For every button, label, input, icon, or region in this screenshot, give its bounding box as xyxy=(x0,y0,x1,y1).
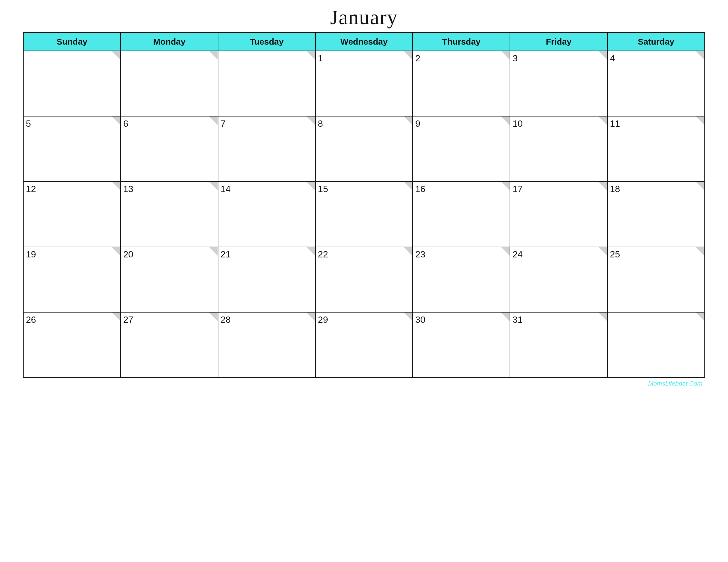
day-number: 11 xyxy=(610,119,702,129)
day-number: 2 xyxy=(415,53,507,63)
calendar-cell[interactable] xyxy=(121,51,218,116)
day-number: 1 xyxy=(318,53,410,63)
day-number: 15 xyxy=(318,184,410,194)
day-number: 25 xyxy=(610,250,702,260)
calendar-cell[interactable]: 27 xyxy=(121,312,218,377)
calendar-cell[interactable]: 16 xyxy=(413,182,510,247)
watermark: MomsLifeboat.Com xyxy=(23,380,705,387)
day-number: 16 xyxy=(415,184,507,194)
day-number: 29 xyxy=(318,315,410,325)
header-day-thursday: Thursday xyxy=(413,33,510,51)
calendar-cell[interactable]: 26 xyxy=(23,312,121,377)
calendar-cell[interactable]: 7 xyxy=(218,116,315,182)
calendar-cell[interactable]: 8 xyxy=(315,116,413,182)
calendar-cell[interactable]: 6 xyxy=(121,116,218,182)
calendar-cell[interactable] xyxy=(218,51,315,116)
calendar-cell[interactable]: 21 xyxy=(218,247,315,312)
day-number: 30 xyxy=(415,315,507,325)
day-number: 19 xyxy=(26,250,118,260)
calendar-cell[interactable]: 25 xyxy=(607,247,705,312)
corner-fold xyxy=(209,51,218,60)
header-day-monday: Monday xyxy=(121,33,218,51)
calendar-cell[interactable]: 22 xyxy=(315,247,413,312)
calendar-cell[interactable]: 10 xyxy=(510,116,607,182)
corner-fold xyxy=(112,51,120,60)
calendar-cell[interactable]: 3 xyxy=(510,51,607,116)
calendar-cell[interactable]: 5 xyxy=(23,116,121,182)
calendar-cell[interactable]: 2 xyxy=(413,51,510,116)
header-day-tuesday: Tuesday xyxy=(218,33,315,51)
calendar-cell[interactable]: 12 xyxy=(23,182,121,247)
day-number: 7 xyxy=(221,119,313,129)
page-title: January xyxy=(330,6,398,29)
day-number: 3 xyxy=(512,53,605,63)
calendar-cell[interactable]: 31 xyxy=(510,312,607,377)
day-number: 12 xyxy=(26,184,118,194)
calendar: SundayMondayTuesdayWednesdayThursdayFrid… xyxy=(23,32,705,378)
day-number: 18 xyxy=(610,184,702,194)
calendar-cell[interactable]: 19 xyxy=(23,247,121,312)
calendar-header: SundayMondayTuesdayWednesdayThursdayFrid… xyxy=(23,33,705,51)
calendar-cell[interactable]: 23 xyxy=(413,247,510,312)
day-number: 14 xyxy=(221,184,313,194)
day-number: 31 xyxy=(512,315,605,325)
calendar-body: 1234567891011121314151617181920212223242… xyxy=(23,51,705,377)
day-number: 4 xyxy=(610,53,702,63)
header-day-friday: Friday xyxy=(510,33,607,51)
calendar-cell[interactable]: 24 xyxy=(510,247,607,312)
header-day-sunday: Sunday xyxy=(23,33,121,51)
calendar-cell[interactable]: 9 xyxy=(413,116,510,182)
day-number: 22 xyxy=(318,250,410,260)
calendar-cell[interactable] xyxy=(607,312,705,377)
calendar-cell[interactable]: 15 xyxy=(315,182,413,247)
calendar-cell[interactable]: 29 xyxy=(315,312,413,377)
day-number: 17 xyxy=(512,184,605,194)
day-number: 27 xyxy=(123,315,215,325)
day-number: 23 xyxy=(415,250,507,260)
day-number: 28 xyxy=(221,315,313,325)
day-number: 20 xyxy=(123,250,215,260)
day-number: 24 xyxy=(512,250,605,260)
header-day-wednesday: Wednesday xyxy=(315,33,413,51)
calendar-cell[interactable]: 28 xyxy=(218,312,315,377)
day-number: 21 xyxy=(221,250,313,260)
calendar-cell[interactable]: 1 xyxy=(315,51,413,116)
day-number: 10 xyxy=(512,119,605,129)
corner-fold xyxy=(307,51,315,60)
calendar-cell[interactable]: 13 xyxy=(121,182,218,247)
day-number: 8 xyxy=(318,119,410,129)
calendar-cell[interactable]: 4 xyxy=(607,51,705,116)
calendar-cell[interactable]: 30 xyxy=(413,312,510,377)
corner-fold xyxy=(696,312,704,321)
calendar-cell[interactable]: 17 xyxy=(510,182,607,247)
calendar-cell[interactable]: 18 xyxy=(607,182,705,247)
day-number: 9 xyxy=(415,119,507,129)
day-number: 6 xyxy=(123,119,215,129)
day-number: 13 xyxy=(123,184,215,194)
day-number: 5 xyxy=(26,119,118,129)
calendar-cell[interactable]: 11 xyxy=(607,116,705,182)
calendar-cell[interactable]: 20 xyxy=(121,247,218,312)
header-day-saturday: Saturday xyxy=(607,33,705,51)
calendar-cell[interactable]: 14 xyxy=(218,182,315,247)
calendar-cell[interactable] xyxy=(23,51,121,116)
day-number: 26 xyxy=(26,315,118,325)
